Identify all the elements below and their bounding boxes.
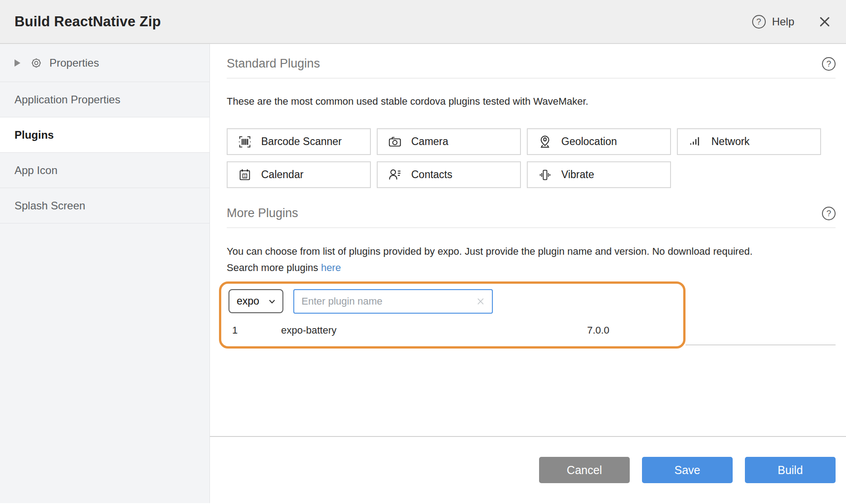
plugin-row-version: 7.0.0 — [587, 325, 609, 336]
save-button[interactable]: Save — [642, 457, 733, 483]
sidebar-item-application-properties[interactable]: Application Properties — [0, 82, 209, 117]
dialog-header: Build ReactNative Zip ? Help — [0, 0, 846, 44]
standard-plugins-title: Standard Plugins — [227, 57, 320, 71]
standard-plugins-grid: Barcode Scanner Camera — [227, 128, 830, 188]
calendar-icon: 1 — [238, 168, 252, 182]
more-plugins-title: More Plugins — [227, 206, 298, 220]
sidebar-item-plugins[interactable]: Plugins — [0, 117, 209, 153]
more-plugins-description-text: You can choose from list of plugins prov… — [227, 246, 753, 257]
plugin-name-input[interactable] — [295, 296, 476, 307]
plugin-table-row: 1 expo-battery 7.0.0 — [221, 325, 683, 336]
camera-icon — [388, 135, 402, 149]
plugin-card-calendar[interactable]: 1 Calendar — [227, 161, 371, 188]
expand-arrow-icon — [15, 59, 20, 67]
plugin-card-vibrate[interactable]: Vibrate — [527, 161, 671, 188]
sidebar-item-properties[interactable]: Properties — [0, 44, 209, 82]
question-glyph: ? — [827, 59, 831, 69]
plugin-card-label: Calendar — [261, 169, 303, 181]
help-label[interactable]: Help — [772, 15, 794, 28]
expo-controls: expo — [229, 289, 683, 314]
sidebar-item-label: Properties — [49, 57, 99, 69]
more-plugins-header: More Plugins ? — [227, 206, 836, 228]
plugin-card-label: Geolocation — [561, 136, 617, 148]
expo-plugins-panel: expo 1 expo-battery 7.0.0 — [219, 281, 686, 349]
row-divider — [686, 344, 836, 345]
plugin-card-label: Contacts — [411, 169, 452, 181]
more-plugins-description: You can choose from list of plugins prov… — [227, 243, 836, 276]
plugin-card-label: Barcode Scanner — [261, 136, 342, 148]
search-more-link[interactable]: here — [321, 262, 341, 273]
main-content: Standard Plugins ? These are the most co… — [210, 44, 846, 503]
help-icon[interactable]: ? — [752, 15, 766, 29]
plugin-card-label: Network — [711, 136, 749, 148]
sidebar-item-label: Splash Screen — [15, 199, 85, 212]
network-icon — [688, 135, 702, 149]
barcode-icon — [238, 135, 252, 149]
sidebar-item-label: App Icon — [15, 164, 58, 177]
build-button[interactable]: Build — [745, 457, 836, 483]
footer-divider — [210, 436, 846, 437]
question-glyph: ? — [827, 208, 831, 218]
contacts-icon — [388, 168, 402, 182]
page-title: Build ReactNative Zip — [15, 14, 161, 30]
standard-plugins-description: These are the most common used stable co… — [227, 96, 836, 107]
sidebar-item-app-icon[interactable]: App Icon — [0, 153, 209, 188]
sidebar-item-label: Application Properties — [15, 93, 120, 106]
standard-plugins-help-icon[interactable]: ? — [822, 57, 836, 71]
sidebar-item-label: Plugins — [15, 129, 54, 141]
sidebar-item-splash-screen[interactable]: Splash Screen — [0, 188, 209, 223]
chevron-down-icon — [268, 297, 276, 305]
clear-input-icon[interactable] — [476, 296, 486, 306]
plugin-card-label: Vibrate — [561, 169, 594, 181]
standard-plugins-header: Standard Plugins ? — [227, 57, 836, 78]
gear-icon — [30, 57, 42, 69]
calendar-day-number: 1 — [244, 173, 246, 178]
search-more-text: Search more plugins — [227, 262, 321, 273]
cancel-button[interactable]: Cancel — [539, 457, 630, 483]
plugin-provider-select[interactable]: expo — [229, 289, 283, 313]
provider-selected-value: expo — [237, 295, 259, 307]
plugin-card-label: Camera — [411, 136, 448, 148]
plugin-row-index: 1 — [232, 325, 281, 336]
plugin-card-network[interactable]: Network — [677, 128, 821, 155]
plugin-name-input-wrap — [293, 289, 493, 314]
sidebar: Properties Application Properties Plugin… — [0, 44, 210, 503]
footer-buttons: Cancel Save Build — [227, 457, 836, 483]
vibrate-icon — [538, 168, 552, 182]
plugin-card-camera[interactable]: Camera — [377, 128, 521, 155]
question-glyph: ? — [756, 17, 761, 27]
plugin-row-name: expo-battery — [281, 325, 587, 336]
close-icon[interactable] — [818, 15, 831, 29]
more-plugins-help-icon[interactable]: ? — [822, 207, 836, 220]
geolocation-icon — [538, 135, 552, 149]
plugin-card-barcode-scanner[interactable]: Barcode Scanner — [227, 128, 371, 155]
plugin-card-geolocation[interactable]: Geolocation — [527, 128, 671, 155]
plugin-card-contacts[interactable]: Contacts — [377, 161, 521, 188]
